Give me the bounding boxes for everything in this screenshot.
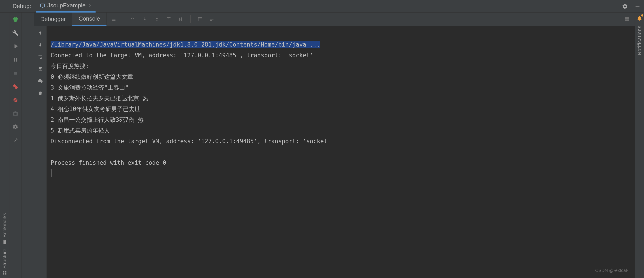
run-to-cursor-icon[interactable] (176, 15, 186, 24)
svg-rect-11 (14, 72, 17, 75)
camera-icon[interactable] (12, 110, 19, 117)
svg-rect-22 (198, 18, 202, 21)
pin-icon[interactable] (12, 136, 19, 144)
down-arrow-icon[interactable] (36, 41, 44, 49)
tab-console-label: Console (78, 15, 100, 22)
gear-icon[interactable] (622, 3, 628, 10)
left-stripe: Bookmarks Structure (0, 12, 10, 278)
svg-rect-5 (5, 271, 6, 273)
up-arrow-icon[interactable] (36, 29, 44, 37)
run-config-tab[interactable]: JsoupExample × (36, 0, 96, 12)
soft-wrap-toggle-icon[interactable] (36, 53, 44, 61)
run-config-label: JsoupExample (48, 2, 86, 9)
console-line: 1 俄罗斯外长拉夫罗夫已抵达北京 热 (50, 95, 148, 102)
app-icon (40, 3, 45, 8)
step-into-icon[interactable] (140, 15, 149, 24)
soft-wrap-icon[interactable] (109, 15, 118, 24)
svg-rect-29 (625, 20, 627, 21)
structure-toolwindow-button[interactable]: Structure (2, 249, 8, 275)
caret (51, 169, 52, 177)
tab-debugger-label: Debugger (40, 16, 66, 22)
svg-rect-27 (625, 17, 627, 19)
separator (190, 15, 191, 23)
clear-icon[interactable] (36, 90, 44, 97)
print-icon[interactable] (36, 78, 44, 85)
console-line: 今日百度热搜: (50, 63, 89, 70)
layout-icon[interactable] (622, 15, 632, 24)
console-line: 2 南昌一公交撞上行人致3死7伤 热 (50, 116, 144, 123)
step-over-icon[interactable] (128, 15, 137, 24)
svg-rect-3 (5, 273, 6, 275)
header-title: Debug: (12, 3, 31, 10)
structure-label: Structure (2, 249, 8, 268)
svg-rect-6 (3, 271, 4, 273)
settings-icon[interactable] (12, 123, 19, 131)
console-line: 5 断崖式卖房的年轻人 (50, 127, 110, 134)
debug-left-actions (10, 12, 22, 278)
step-out-icon[interactable] (164, 15, 174, 24)
rerun-debug-button[interactable] (12, 16, 19, 23)
right-stripe: Notifications (634, 12, 644, 278)
svg-rect-10 (16, 58, 17, 62)
svg-point-13 (15, 86, 18, 89)
debug-toolwindow-header: Debug: JsoupExample × (0, 0, 644, 12)
svg-rect-0 (40, 4, 44, 7)
debug-step-actions (22, 12, 34, 278)
resume-button[interactable] (12, 42, 19, 50)
separator (123, 15, 123, 23)
svg-rect-9 (14, 58, 15, 62)
bookmarks-toolwindow-button[interactable]: Bookmarks (2, 213, 8, 244)
svg-rect-21 (181, 18, 182, 21)
svg-rect-30 (627, 20, 629, 21)
svg-rect-20 (168, 17, 170, 18)
svg-rect-7 (14, 44, 14, 48)
modify-run-config-button[interactable] (12, 29, 19, 37)
console-line: Process finished with exit code 0 (50, 159, 166, 166)
debug-inner-tabs: Debugger Console (34, 12, 634, 26)
svg-rect-28 (627, 17, 629, 19)
svg-rect-4 (3, 273, 4, 275)
stop-button[interactable] (12, 70, 19, 77)
console-line: Disconnected from the target VM, address… (50, 138, 331, 144)
evaluate-icon[interactable] (196, 15, 204, 24)
console-line: 3 文旅消费拉动经济"上春山" (50, 84, 129, 91)
svg-marker-8 (15, 44, 18, 48)
watermark: CSDN @-extcal- (595, 265, 628, 276)
console-line: 0 必须继续做好创新这篇大文章 (50, 74, 133, 80)
mute-breakpoints-button[interactable] (12, 96, 19, 104)
close-icon[interactable]: × (88, 3, 92, 8)
force-step-into-icon[interactable] (152, 15, 161, 24)
console-gutter (34, 26, 46, 278)
scroll-to-end-icon[interactable] (36, 65, 44, 73)
tab-debugger[interactable]: Debugger (34, 12, 72, 26)
pause-button[interactable] (12, 56, 19, 64)
console-line: Connected to the target VM, address: '12… (50, 52, 313, 59)
svg-rect-19 (143, 21, 146, 21)
console-output[interactable]: /Library/Java/JavaVirtualMachines/jdk1.8… (46, 26, 634, 278)
view-breakpoints-button[interactable] (12, 83, 19, 90)
tab-console[interactable]: Console (72, 12, 106, 26)
bookmarks-label: Bookmarks (2, 213, 8, 238)
svg-rect-1 (42, 8, 44, 8)
notifications-bell-icon[interactable] (636, 15, 643, 22)
minimize-icon[interactable] (634, 3, 641, 10)
console-line: /Library/Java/JavaVirtualMachines/jdk1.8… (50, 41, 320, 48)
console-line: 4 相恋10年供女友考研男子已去世 (50, 106, 140, 112)
trace-icon[interactable] (208, 15, 216, 24)
notifications-label[interactable]: Notifications (636, 26, 642, 55)
